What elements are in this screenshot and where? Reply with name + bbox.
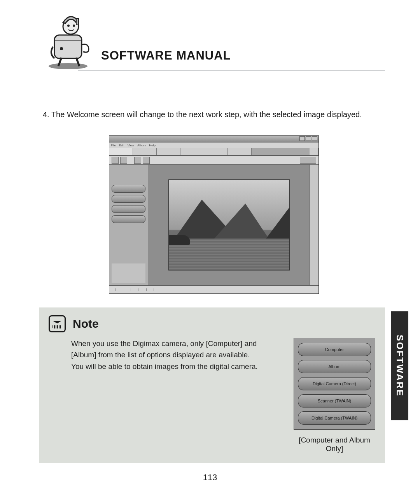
status-seg	[112, 288, 116, 291]
menu-item: Edit	[119, 144, 124, 147]
screenshot-menubar: File Edit View Album Help	[109, 142, 318, 148]
screenshot-titlebar	[109, 136, 318, 142]
sidebar-desc	[112, 174, 145, 183]
svg-point-4	[67, 25, 70, 27]
tool-icon	[143, 157, 150, 164]
page-title: SOFTWARE MANUAL	[101, 49, 231, 63]
step-text: 4. The Welcome screen will change to the…	[43, 109, 385, 120]
status-seg	[154, 288, 162, 291]
min-icon	[299, 136, 305, 141]
options-caption: [Computer and Album Only]	[294, 436, 375, 453]
status-seg	[116, 288, 123, 291]
svg-rect-6	[76, 19, 79, 25]
note-line: You will be able to obtain images from t…	[71, 361, 283, 372]
menu-item: Help	[149, 144, 156, 147]
note-line: When you use the Digimax camera, only [C…	[71, 338, 283, 349]
tool-icon	[300, 157, 316, 164]
option-button-dc-direct: Digital Camera (Direct)	[298, 377, 371, 390]
sidebar-button	[112, 215, 145, 223]
mascot-icon	[43, 12, 93, 70]
note-line: [Album] from the list of options display…	[71, 349, 283, 360]
screenshot-statusbar	[109, 285, 318, 293]
option-button-dc-twain: Digital Camera (TWAIN)	[298, 411, 371, 425]
tool-icon	[120, 157, 127, 164]
page-number: 113	[203, 472, 217, 483]
option-button-scanner: Scanner (TWAIN)	[298, 394, 371, 407]
option-button-album: Album	[298, 360, 371, 373]
screenshot-tabs	[109, 148, 318, 156]
screenshot-tab	[157, 148, 180, 155]
screenshot-tab	[310, 148, 318, 155]
note-text: When you use the Digimax camera, only [C…	[49, 338, 283, 372]
header-rule	[78, 70, 385, 70]
tool-icon	[112, 157, 119, 164]
svg-point-2	[60, 47, 63, 50]
option-column: Computer Album Digital Camera (Direct) S…	[294, 338, 375, 430]
svg-point-5	[73, 25, 75, 27]
status-seg	[131, 288, 138, 291]
sidebar-button	[112, 205, 145, 213]
screenshot-body	[109, 165, 318, 285]
screenshot-right-strip	[310, 165, 318, 285]
manual-page: SOFTWARE MANUAL 4. The Welcome screen wi…	[0, 0, 420, 504]
sidebar-title	[112, 167, 145, 172]
page-header: SOFTWARE MANUAL	[43, 12, 385, 90]
menu-item: File	[111, 144, 116, 147]
screenshot-sidebar	[109, 165, 148, 285]
note-icon	[49, 315, 66, 332]
screenshot-tab	[133, 148, 157, 155]
status-right	[312, 288, 316, 291]
tool-icon	[134, 157, 141, 164]
screenshot-canvas	[148, 165, 310, 285]
screenshot-tab	[180, 148, 204, 155]
svg-rect-1	[54, 35, 82, 58]
screenshot-tab	[228, 148, 252, 155]
status-seg	[123, 288, 131, 291]
screenshot-tab	[204, 148, 228, 155]
note-heading: Note	[73, 317, 99, 330]
app-screenshot: File Edit View Album Help	[109, 135, 319, 294]
options-panel: Computer Album Digital Camera (Direct) S…	[294, 338, 375, 430]
note-box: Note When you use the Digimax camera, on…	[39, 307, 385, 463]
status-seg	[147, 288, 154, 291]
option-button-computer: Computer	[298, 343, 371, 356]
status-seg	[138, 288, 147, 291]
section-tab-software: SOFTWARE	[391, 311, 408, 420]
max-icon	[306, 136, 311, 141]
sidebar-info	[112, 263, 145, 283]
sidebar-button	[112, 195, 145, 203]
screenshot-toolbar	[109, 156, 318, 165]
menu-item: View	[128, 144, 134, 147]
menu-item: Album	[137, 144, 146, 147]
screenshot-tab	[109, 148, 133, 155]
svg-point-0	[49, 63, 88, 69]
sidebar-button	[112, 185, 145, 193]
close-icon	[312, 136, 317, 141]
selected-image	[168, 179, 290, 270]
